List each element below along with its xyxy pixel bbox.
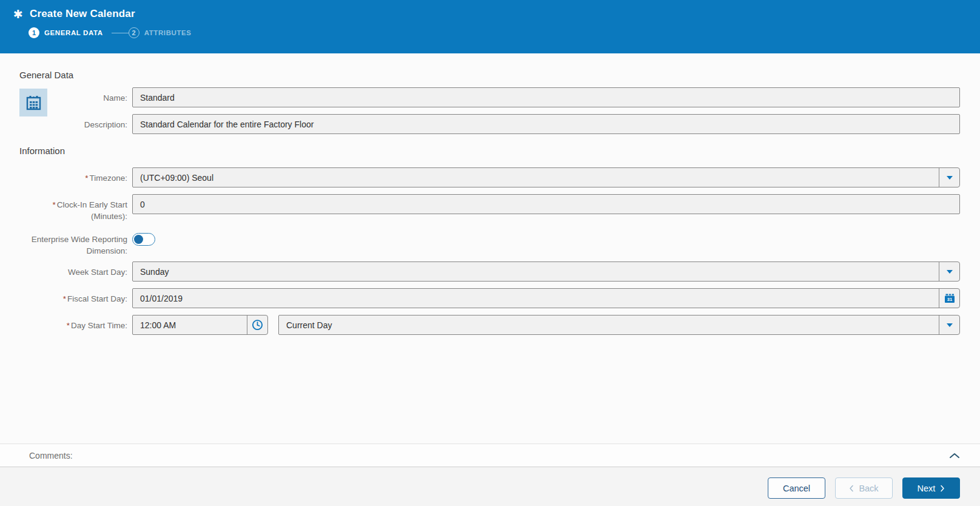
clockin-row: *Clock-In Early Start (Minutes): <box>19 194 960 222</box>
description-input[interactable] <box>132 114 960 134</box>
daystart-row: *Day Start Time: Current Day <box>19 315 960 335</box>
timezone-selected-value: (UTC+09:00) Seoul <box>133 168 939 187</box>
calendar-entity-icon <box>19 89 47 116</box>
daystart-mode-select[interactable]: Current Day <box>278 315 960 335</box>
timezone-row: *Timezone: (UTC+09:00) Seoul <box>19 167 960 187</box>
calendar-icon <box>25 95 42 111</box>
daystart-mode-value: Current Day <box>279 315 939 334</box>
comments-label: Comments: <box>29 451 73 460</box>
chevron-up-icon <box>949 453 960 459</box>
weekstart-row: Week Start Day: Sunday <box>19 261 960 282</box>
daystart-label: *Day Start Time: <box>19 315 127 331</box>
fiscal-datepicker-button[interactable]: 31 <box>939 289 959 308</box>
timezone-label: *Timezone: <box>19 167 127 184</box>
daystart-time-input[interactable] <box>133 315 247 334</box>
chevron-down-icon <box>947 270 953 274</box>
wizard-footer: Cancel Back Next <box>0 467 980 506</box>
clockin-label: *Clock-In Early Start (Minutes): <box>19 194 127 222</box>
fiscal-row: *Fiscal Start Day: 31 <box>19 288 960 308</box>
enterprise-reporting-label: Enterprise Wide Reporting Dimension: <box>19 229 127 257</box>
toggle-knob <box>134 235 143 244</box>
next-button-label: Next <box>918 484 936 493</box>
step-2-circle: 2 <box>129 27 139 38</box>
wizard-header: ✱ Create New Calendar 1 GENERAL DATA 2 A… <box>0 0 980 53</box>
calendar-31-icon: 31 <box>944 293 955 303</box>
chevron-right-icon <box>940 485 945 492</box>
timezone-dropdown-button[interactable] <box>939 168 959 187</box>
daystart-time-field[interactable] <box>132 315 268 335</box>
description-row: Description: <box>19 114 960 134</box>
back-button-label: Back <box>859 484 878 493</box>
weekstart-select[interactable]: Sunday <box>132 261 960 282</box>
daystart-dropdown-button[interactable] <box>939 315 959 334</box>
weekstart-selected-value: Sunday <box>133 262 939 281</box>
required-marker: * <box>85 174 88 183</box>
step-1-circle: 1 <box>29 27 39 38</box>
comments-collapse-button[interactable] <box>949 453 960 459</box>
svg-text:31: 31 <box>947 297 951 302</box>
fiscal-date-input[interactable] <box>133 289 939 308</box>
required-marker: * <box>63 294 66 303</box>
step-attributes[interactable]: 2 ATTRIBUTES <box>129 27 192 38</box>
chevron-left-icon <box>849 485 854 492</box>
next-button[interactable]: Next <box>902 477 960 499</box>
name-row: Name: <box>19 87 960 107</box>
clock-icon <box>252 319 263 331</box>
required-marker: * <box>52 200 55 209</box>
timepicker-button[interactable] <box>247 315 267 334</box>
back-button[interactable]: Back <box>835 477 893 499</box>
chevron-down-icon <box>947 176 953 180</box>
enterprise-reporting-toggle[interactable] <box>132 233 155 246</box>
step-connector-line <box>112 33 129 33</box>
weekstart-label: Week Start Day: <box>19 261 127 278</box>
page-title: Create New Calendar <box>30 8 135 20</box>
weekstart-dropdown-button[interactable] <box>939 262 959 281</box>
step-2-label: ATTRIBUTES <box>144 29 192 36</box>
fiscal-label: *Fiscal Start Day: <box>19 288 127 305</box>
information-heading: Information <box>19 146 960 156</box>
form-body: General Data Name: Description: Informat… <box>0 53 980 444</box>
create-asterisk-icon: ✱ <box>13 8 23 20</box>
step-general-data[interactable]: 1 GENERAL DATA <box>29 27 103 38</box>
wizard-step-indicator: 1 GENERAL DATA 2 ATTRIBUTES <box>29 27 980 38</box>
comments-section: Comments: <box>0 444 980 467</box>
enterprise-reporting-row: Enterprise Wide Reporting Dimension: <box>19 229 960 257</box>
timezone-select[interactable]: (UTC+09:00) Seoul <box>132 167 960 187</box>
cancel-button[interactable]: Cancel <box>768 477 825 499</box>
step-1-label: GENERAL DATA <box>44 29 103 36</box>
description-label: Description: <box>19 114 127 130</box>
cancel-button-label: Cancel <box>783 484 810 493</box>
name-input[interactable] <box>132 87 960 107</box>
chevron-down-icon <box>947 323 953 327</box>
general-data-heading: General Data <box>19 70 960 80</box>
fiscal-date-field[interactable]: 31 <box>132 288 960 308</box>
required-marker: * <box>67 321 70 330</box>
clockin-input[interactable] <box>132 194 960 214</box>
